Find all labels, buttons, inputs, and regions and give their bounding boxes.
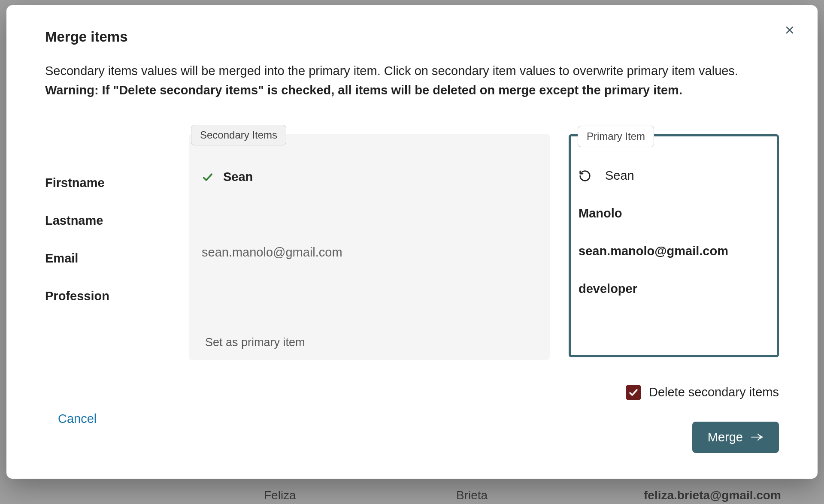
close-icon[interactable] [781,21,798,39]
secondary-email-row[interactable]: sean.manolo@gmail.com [202,234,537,272]
modal-overlay: Merge items Secondary items values will … [0,0,824,504]
description-text: Secondary items values will be merged in… [45,64,738,78]
secondary-lastname-row[interactable] [202,196,537,234]
footer-right: Delete secondary items Merge [626,385,779,453]
field-label-lastname: Lastname [45,202,189,240]
primary-lastname-value: Manolo [579,206,622,220]
secondary-firstname-value: Sean [223,170,253,184]
set-as-primary-button[interactable]: Set as primary item [202,336,305,349]
primary-firstname-value: Sean [605,169,634,183]
merge-button[interactable]: Merge [692,422,779,453]
modal-footer: Cancel Delete secondary items Merge [45,385,779,453]
secondary-profession-row[interactable] [202,272,537,309]
modal-title: Merge items [45,29,779,45]
check-icon [202,171,214,183]
secondary-items-panel: Secondary Items Sean sean.manolo@gmail.c… [189,134,550,360]
cancel-button[interactable]: Cancel [45,407,109,430]
secondary-firstname-row[interactable]: Sean [202,158,537,196]
primary-lastname-row[interactable]: Manolo [579,195,769,232]
merge-items-modal: Merge items Secondary items values will … [6,5,818,479]
secondary-items-badge: Secondary Items [191,125,286,145]
field-label-email: Email [45,240,189,278]
merge-arrow-icon [751,432,763,442]
primary-profession-value: developer [579,282,637,296]
secondary-email-value: sean.manolo@gmail.com [202,245,342,260]
field-label-firstname: Firstname [45,164,189,202]
primary-email-value: sean.manolo@gmail.com [579,244,728,258]
primary-firstname-row[interactable]: Sean [579,157,769,195]
delete-secondary-checkbox[interactable]: Delete secondary items [626,385,779,400]
primary-item-badge: Primary Item [578,126,654,147]
warning-text: Warning: If "Delete secondary items" is … [45,83,682,97]
merge-grid: Firstname Lastname Email Profession Seco… [45,134,779,360]
field-label-profession: Profession [45,278,189,315]
undo-icon[interactable] [579,169,591,182]
checkbox-checked-icon [626,385,641,400]
delete-secondary-label: Delete secondary items [649,385,779,399]
primary-item-panel: Primary Item Sean Manolo sean.manolo@gma… [569,134,779,357]
merge-button-label: Merge [708,430,743,444]
field-labels-column: Firstname Lastname Email Profession [45,134,189,315]
modal-description: Secondary items values will be merged in… [45,61,779,100]
primary-profession-row[interactable]: developer [579,270,769,308]
primary-email-row[interactable]: sean.manolo@gmail.com [579,232,769,270]
